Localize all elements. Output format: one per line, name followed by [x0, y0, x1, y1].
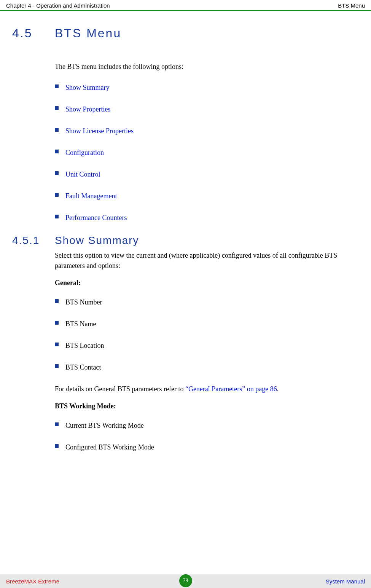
heading-number: 4.5 [12, 26, 55, 40]
list-item: Configured BTS Working Mode [55, 442, 359, 453]
header-right: BTS Menu [338, 2, 365, 9]
general-subheading: General: [55, 278, 359, 288]
section-4-5-1-body: Select this option to view the current a… [55, 250, 359, 453]
link-show-summary[interactable]: Show Summary [65, 84, 110, 91]
square-bullet-icon [55, 193, 59, 197]
link-performance-counters[interactable]: Performance Counters [65, 214, 127, 221]
list-item: BTS Name [55, 319, 359, 329]
item-text: BTS Location [65, 342, 104, 349]
link-fault-management[interactable]: Fault Management [65, 192, 117, 200]
square-bullet-icon [55, 215, 59, 218]
item-text: Current BTS Working Mode [65, 422, 144, 429]
section-4-5-body: The BTS menu includes the following opti… [55, 62, 359, 223]
square-bullet-icon [55, 422, 59, 426]
bts-menu-options-list: Show Summary Show Properties Show Licens… [55, 83, 359, 223]
footer-doc-name: System Manual [326, 578, 365, 585]
square-bullet-icon [55, 84, 59, 88]
item-text: BTS Number [65, 298, 102, 306]
square-bullet-icon [55, 343, 59, 346]
working-mode-list: Current BTS Working Mode Configured BTS … [55, 421, 359, 453]
item-text: Configured BTS Working Mode [65, 443, 154, 451]
link-show-properties[interactable]: Show Properties [65, 105, 111, 113]
link-general-parameters[interactable]: “General Parameters” on page 86 [185, 385, 277, 393]
list-item: Show Properties [55, 104, 359, 115]
heading-4-5: 4.5 BTS Menu [12, 26, 359, 40]
header-left: Chapter 4 - Operation and Administration [6, 2, 110, 9]
list-item: Show Summary [55, 83, 359, 93]
square-bullet-icon [55, 150, 59, 153]
square-bullet-icon [55, 364, 59, 368]
list-item: Current BTS Working Mode [55, 421, 359, 431]
page-header: Chapter 4 - Operation and Administration… [0, 0, 371, 11]
page-content: 4.5 BTS Menu The BTS menu includes the f… [0, 11, 371, 453]
item-text: BTS Contact [65, 363, 101, 371]
item-text: BTS Name [65, 320, 96, 328]
list-item: BTS Location [55, 341, 359, 351]
ref-prefix: For details on General BTS parameters re… [55, 385, 185, 393]
list-item: Fault Management [55, 191, 359, 201]
square-bullet-icon [55, 128, 59, 132]
list-item: Unit Control [55, 169, 359, 180]
heading-title: Show Summary [55, 234, 139, 247]
heading-4-5-1: 4.5.1 Show Summary [12, 234, 359, 247]
general-params-list: BTS Number BTS Name BTS Location BTS Con… [55, 297, 359, 373]
list-item: BTS Number [55, 297, 359, 308]
intro-text: The BTS menu includes the following opti… [55, 62, 359, 72]
square-bullet-icon [55, 444, 59, 448]
ref-suffix: . [277, 385, 279, 393]
list-item: Configuration [55, 148, 359, 158]
list-item: Performance Counters [55, 213, 359, 223]
page-number-badge: 79 [179, 574, 192, 587]
square-bullet-icon [55, 106, 59, 110]
heading-title: BTS Menu [55, 26, 121, 40]
working-mode-subheading: BTS Working Mode: [55, 401, 359, 411]
link-show-license-properties[interactable]: Show License Properties [65, 127, 134, 135]
general-reference: For details on General BTS parameters re… [55, 384, 359, 394]
list-item: BTS Contact [55, 362, 359, 373]
heading-number: 4.5.1 [12, 234, 55, 247]
square-bullet-icon [55, 321, 59, 325]
square-bullet-icon [55, 299, 59, 303]
show-summary-intro: Select this option to view the current a… [55, 250, 359, 271]
list-item: Show License Properties [55, 126, 359, 136]
link-configuration[interactable]: Configuration [65, 149, 104, 156]
square-bullet-icon [55, 171, 59, 175]
footer-product-name: BreezeMAX Extreme [6, 578, 59, 585]
link-unit-control[interactable]: Unit Control [65, 171, 100, 178]
